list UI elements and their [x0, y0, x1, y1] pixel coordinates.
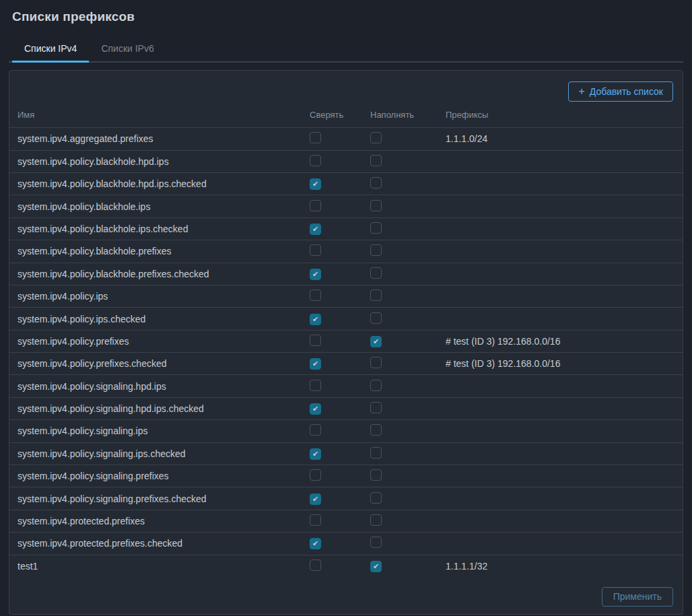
row-name: test1 — [9, 561, 304, 572]
verify-checkbox[interactable]: ✔ — [310, 314, 321, 325]
table-row: system.ipv4.policy.signaling.ips — [9, 419, 683, 442]
verify-checkbox[interactable]: ✔ — [310, 538, 321, 549]
apply-button[interactable]: Применить — [602, 587, 673, 607]
fill-checkbox[interactable] — [370, 514, 382, 526]
column-header-name: Имя — [9, 110, 304, 120]
prefix-lists-panel: + Добавить список Имя Сверять Наполнять … — [9, 70, 683, 615]
row-name: system.ipv4.protected.prefixes — [9, 516, 304, 526]
row-name: system.ipv4.policy.signaling.ips — [9, 425, 304, 436]
verify-checkbox[interactable]: ✔ — [310, 178, 321, 190]
panel-toolbar: + Добавить список — [9, 71, 683, 102]
table-header: Имя Сверять Наполнять Префиксы — [9, 102, 683, 127]
fill-checkbox[interactable] — [370, 267, 382, 279]
verify-checkbox[interactable] — [310, 559, 321, 571]
panel-footer: Применить — [9, 578, 683, 614]
row-name: system.ipv4.policy.signaling.prefixes.ch… — [9, 493, 304, 504]
fill-checkbox[interactable]: ✔ — [370, 561, 382, 572]
fill-checkbox[interactable] — [370, 357, 382, 368]
table-row: test1 ✔ 1.1.1.1/32 — [9, 555, 683, 577]
row-name: system.ipv4.policy.blackhole.hpd.ips.che… — [9, 178, 304, 189]
column-header-prefixes: Префиксы — [440, 110, 683, 120]
tab-bar: Списки IPv4 Списки IPv6 — [9, 38, 683, 63]
fill-checkbox[interactable] — [370, 380, 382, 391]
fill-checkbox[interactable] — [370, 289, 382, 301]
fill-checkbox[interactable] — [370, 244, 382, 256]
verify-checkbox[interactable] — [310, 335, 321, 346]
table-row: system.ipv4.policy.signaling.prefixes — [9, 465, 683, 487]
table-row: system.ipv4.aggregated.prefixes 1.1.1.0/… — [9, 127, 683, 149]
fill-checkbox[interactable] — [370, 177, 382, 189]
verify-checkbox[interactable] — [310, 244, 321, 256]
add-list-button-label: Добавить список — [590, 86, 663, 98]
row-name: system.ipv4.protected.prefixes.checked — [9, 538, 304, 549]
row-name: system.ipv4.policy.blackhole.ips — [9, 201, 304, 212]
row-name: system.ipv4.policy.ips — [9, 291, 304, 302]
table-row: system.ipv4.policy.blackhole.hpd.ips — [9, 150, 683, 172]
table-row: system.ipv4.policy.blackhole.prefixes — [9, 240, 683, 262]
row-name: system.ipv4.policy.prefixes.checked — [9, 358, 304, 369]
fill-checkbox[interactable] — [370, 402, 382, 413]
verify-checkbox[interactable]: ✔ — [310, 403, 321, 415]
column-header-fill: Наполнять — [365, 110, 440, 120]
row-name: system.ipv4.policy.blackhole.prefixes — [9, 246, 304, 256]
fill-checkbox[interactable] — [370, 132, 382, 143]
row-name: system.ipv4.policy.prefixes — [9, 336, 304, 347]
tab-ipv6-lists[interactable]: Списки IPv6 — [89, 38, 166, 63]
table-row: system.ipv4.policy.blackhole.hpd.ips.che… — [9, 172, 683, 195]
verify-checkbox[interactable]: ✔ — [310, 224, 321, 235]
verify-checkbox[interactable] — [310, 155, 321, 166]
table-row: system.ipv4.policy.signaling.prefixes.ch… — [9, 487, 683, 509]
column-header-verify: Сверять — [304, 110, 365, 120]
row-prefixes: # test (ID 3) 192.168.0.0/16 — [440, 336, 683, 347]
table-row: system.ipv4.protected.prefixes.checked ✔ — [9, 532, 683, 554]
table-row: system.ipv4.policy.blackhole.ips.checked… — [9, 217, 683, 240]
verify-checkbox[interactable] — [310, 200, 321, 211]
row-name: system.ipv4.policy.signaling.hpd.ips.che… — [9, 403, 304, 414]
table-row: system.ipv4.policy.blackhole.ips — [9, 195, 683, 217]
fill-checkbox[interactable] — [370, 312, 382, 324]
fill-checkbox[interactable] — [370, 492, 382, 504]
verify-checkbox[interactable]: ✔ — [310, 448, 321, 460]
table-row: system.ipv4.policy.signaling.ips.checked… — [9, 442, 683, 465]
table-row: system.ipv4.policy.prefixes.checked ✔ # … — [9, 352, 683, 374]
row-name: system.ipv4.policy.blackhole.ips.checked — [9, 224, 304, 234]
fill-checkbox[interactable] — [370, 424, 382, 436]
verify-checkbox[interactable]: ✔ — [310, 358, 321, 370]
fill-checkbox[interactable] — [370, 222, 382, 234]
verify-checkbox[interactable] — [310, 132, 321, 143]
table-row: system.ipv4.protected.prefixes — [9, 510, 683, 532]
verify-checkbox[interactable]: ✔ — [310, 269, 321, 280]
table-row: system.ipv4.policy.ips.checked ✔ — [9, 307, 683, 329]
verify-checkbox[interactable] — [310, 514, 321, 526]
table-row: system.ipv4.policy.blackhole.prefixes.ch… — [9, 263, 683, 285]
table-row: system.ipv4.policy.signaling.hpd.ips — [9, 374, 683, 397]
verify-checkbox[interactable] — [310, 424, 321, 436]
table-row: system.ipv4.policy.prefixes ✔ # test (ID… — [9, 330, 683, 352]
row-prefixes: # test (ID 3) 192.168.0.0/16 — [440, 358, 683, 369]
row-name: system.ipv4.policy.signaling.prefixes — [9, 471, 304, 481]
table-row: system.ipv4.policy.ips — [9, 285, 683, 307]
verify-checkbox[interactable] — [310, 469, 321, 481]
plus-icon: + — [578, 85, 584, 98]
fill-checkbox[interactable] — [370, 469, 382, 481]
fill-checkbox[interactable]: ✔ — [370, 336, 382, 347]
row-name: system.ipv4.policy.signaling.ips.checked — [9, 448, 304, 459]
row-name: system.ipv4.policy.blackhole.hpd.ips — [9, 156, 304, 167]
fill-checkbox[interactable] — [370, 447, 382, 458]
row-prefixes: 1.1.1.0/24 — [440, 133, 683, 144]
row-name: system.ipv4.policy.ips.checked — [9, 314, 304, 324]
add-list-button[interactable]: + Добавить список — [568, 81, 673, 102]
prefix-lists-page: Списки префиксов Списки IPv4 Списки IPv6… — [0, 0, 692, 615]
table-body: system.ipv4.aggregated.prefixes 1.1.1.0/… — [9, 127, 683, 577]
verify-checkbox[interactable] — [310, 289, 321, 301]
verify-checkbox[interactable] — [310, 380, 321, 391]
row-name: system.ipv4.policy.signaling.hpd.ips — [9, 381, 304, 392]
row-name: system.ipv4.policy.blackhole.prefixes.ch… — [9, 269, 304, 279]
fill-checkbox[interactable] — [370, 537, 382, 548]
fill-checkbox[interactable] — [370, 155, 382, 166]
row-name: system.ipv4.aggregated.prefixes — [9, 133, 304, 144]
fill-checkbox[interactable] — [370, 200, 382, 211]
row-prefixes: 1.1.1.1/32 — [440, 561, 683, 572]
verify-checkbox[interactable]: ✔ — [310, 493, 321, 505]
tab-ipv4-lists[interactable]: Списки IPv4 — [12, 38, 89, 63]
